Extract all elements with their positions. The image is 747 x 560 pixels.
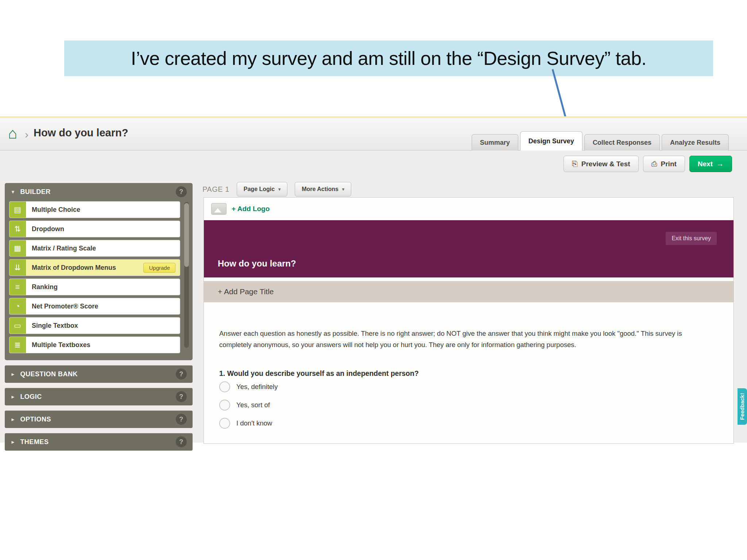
triangle-right-icon: ► [11, 417, 15, 422]
radio-button[interactable] [219, 400, 230, 411]
page-logic-button[interactable]: Page Logic ▾ [237, 182, 287, 197]
matrix-rating-icon: ▦ [9, 240, 26, 256]
page-number-label: PAGE 1 [202, 185, 229, 194]
add-page-title-label: + Add Page Title [218, 287, 274, 296]
page-logic-label: Page Logic [244, 186, 275, 192]
builder-item-label: Multiple Textboxes [26, 341, 90, 349]
answer-option-label: Yes, sort of [236, 401, 270, 409]
builder-item-single-textbox[interactable]: ▭ Single Textbox [9, 317, 180, 334]
section-label: THEMES [20, 438, 49, 446]
chevron-down-icon: ▾ [342, 187, 344, 192]
builder-label: BUILDER [20, 188, 51, 196]
help-icon[interactable]: ? [176, 414, 187, 425]
print-label: Print [661, 160, 677, 168]
preview-test-label: Preview & Test [581, 160, 630, 168]
app-header: ⌂ › How do you learn? Summary Design Sur… [0, 118, 747, 151]
dropdown-icon: ⇅ [9, 221, 26, 237]
tab-design-survey[interactable]: Design Survey [520, 131, 582, 151]
help-icon[interactable]: ? [176, 391, 187, 402]
tab-summary[interactable]: Summary [472, 134, 518, 151]
builder-item-dropdown[interactable]: ⇅ Dropdown [9, 221, 180, 237]
answer-option-row: Yes, sort of [219, 396, 734, 414]
printer-icon: ⎙ [651, 160, 657, 168]
toolbar: ⎘ Preview & Test ⎙ Print Next → [564, 156, 732, 172]
builder-item-label: Multiple Choice [26, 206, 80, 214]
survey-intro-text[interactable]: Answer each question as honestly as poss… [219, 328, 713, 350]
triangle-right-icon: ► [11, 394, 15, 400]
next-label: Next [698, 160, 713, 168]
radio-button[interactable] [219, 381, 230, 392]
page-controls: PAGE 1 Page Logic ▾ More Actions ▾ [202, 182, 351, 197]
exit-survey-button[interactable]: Exit this survey [666, 232, 717, 245]
section-label: OPTIONS [20, 416, 51, 423]
add-logo-row: + Add Logo [204, 198, 734, 220]
preview-test-button[interactable]: ⎘ Preview & Test [564, 156, 639, 172]
multiple-textboxes-icon: ≣ [9, 337, 26, 353]
builder-item-label: Ranking [26, 283, 58, 291]
builder-item-matrix-of-dropdown-menus[interactable]: ⇊ Matrix of Dropdown Menus Upgrade [9, 259, 180, 276]
feedback-tab[interactable]: Feedback! [738, 388, 747, 425]
more-actions-label: More Actions [302, 186, 338, 192]
builder-panel: ▼ BUILDER ? ▤ Multiple Choice ⇅ Dropdown… [5, 183, 193, 360]
home-icon[interactable]: ⌂ [8, 125, 17, 142]
builder-item-net-promoter-score[interactable]: ◔ Net Promoter® Score [9, 298, 180, 315]
themes-section-header[interactable]: ► THEMES ? [5, 433, 193, 451]
chevron-down-icon: ▾ [278, 187, 280, 192]
arrow-right-icon: → [716, 160, 724, 168]
section-label: LOGIC [20, 393, 42, 401]
logic-section-header[interactable]: ► LOGIC ? [5, 388, 193, 405]
breadcrumb-separator-icon: › [25, 128, 28, 141]
builder-item-label: Matrix / Rating Scale [26, 245, 96, 252]
builder-item-label: Single Textbox [26, 322, 78, 330]
builder-item-multiple-choice[interactable]: ▤ Multiple Choice [9, 201, 180, 218]
tab-collect-responses[interactable]: Collect Responses [584, 134, 660, 151]
help-icon[interactable]: ? [176, 369, 187, 380]
builder-item-ranking[interactable]: ≡ Ranking [9, 279, 180, 295]
radio-button[interactable] [219, 418, 230, 429]
answer-option-label: Yes, definitely [236, 383, 278, 391]
ranking-icon: ≡ [9, 279, 26, 295]
survey-title: How do you learn? [34, 127, 128, 139]
survey-header-banner: Exit this survey How do you learn? [204, 220, 734, 277]
help-icon[interactable]: ? [176, 186, 187, 197]
builder-section-header[interactable]: ▼ BUILDER ? [5, 183, 193, 201]
section-label: QUESTION BANK [20, 370, 78, 378]
banner-survey-title[interactable]: How do you learn? [218, 258, 296, 269]
builder-item-label: Dropdown [26, 225, 64, 233]
nps-icon: ◔ [9, 298, 26, 314]
builder-item-label: Matrix of Dropdown Menus [26, 264, 116, 272]
builder-list: ▤ Multiple Choice ⇅ Dropdown ▦ Matrix / … [5, 201, 193, 353]
answer-option-row: I don't know [219, 414, 734, 432]
print-button[interactable]: ⎙ Print [643, 156, 685, 172]
tab-bar: Summary Design Survey Collect Responses … [472, 131, 729, 151]
help-icon[interactable]: ? [176, 436, 187, 447]
survey-canvas: + Add Logo Exit this survey How do you l… [204, 197, 734, 444]
upgrade-badge[interactable]: Upgrade [143, 263, 175, 273]
slide: I’ve created my survey and am still on t… [0, 0, 747, 560]
preview-icon: ⎘ [572, 160, 578, 168]
triangle-right-icon: ► [11, 439, 15, 445]
image-placeholder-icon [211, 203, 227, 215]
question-bank-section-header[interactable]: ► QUESTION BANK ? [5, 365, 193, 383]
more-actions-button[interactable]: More Actions ▾ [295, 182, 351, 197]
add-logo-link[interactable]: + Add Logo [232, 205, 270, 213]
multiple-choice-icon: ▤ [9, 202, 26, 218]
triangle-right-icon: ► [11, 372, 15, 377]
caption-text: I’ve created my survey and am still on t… [131, 47, 647, 69]
question-1-text[interactable]: 1. Would you describe yourself as an ind… [219, 369, 713, 378]
builder-item-multiple-textboxes[interactable]: ≣ Multiple Textboxes [9, 337, 180, 353]
builder-scrollbar-thumb[interactable] [184, 203, 189, 267]
builder-item-label: Net Promoter® Score [26, 303, 98, 310]
tab-analyze-results[interactable]: Analyze Results [662, 134, 729, 151]
single-textbox-icon: ▭ [9, 318, 26, 334]
options-section-header[interactable]: ► OPTIONS ? [5, 411, 193, 428]
caption-banner: I’ve created my survey and am still on t… [64, 40, 713, 76]
answer-option-label: I don't know [236, 419, 272, 427]
builder-scrollbar[interactable] [184, 202, 189, 348]
builder-item-matrix-rating-scale[interactable]: ▦ Matrix / Rating Scale [9, 240, 180, 257]
matrix-dropdown-icon: ⇊ [9, 260, 26, 276]
add-page-title-bar[interactable]: + Add Page Title [204, 281, 734, 302]
next-button[interactable]: Next → [689, 156, 732, 172]
answer-option-row: Yes, definitely [219, 378, 734, 396]
app-window: ⌂ › How do you learn? Summary Design Sur… [0, 116, 747, 443]
